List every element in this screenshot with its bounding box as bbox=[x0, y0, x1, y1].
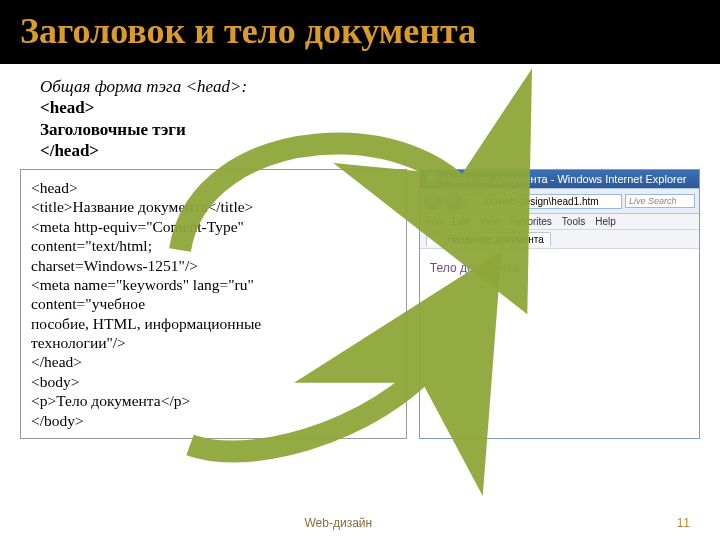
intro-line-2: <head> bbox=[40, 97, 680, 118]
code-line: content="text/html; bbox=[31, 236, 396, 255]
back-icon[interactable]: ‹ bbox=[424, 192, 442, 210]
forward-icon[interactable]: › bbox=[445, 192, 463, 210]
body-text: Тело документа bbox=[430, 261, 519, 275]
menu-help[interactable]: Help bbox=[595, 216, 616, 227]
address-text: D:\web-design\head1.htm bbox=[485, 196, 599, 207]
code-line: </body> bbox=[31, 411, 396, 430]
page-number: 11 bbox=[677, 516, 690, 530]
content-row: <head> <title>Название документа</title>… bbox=[0, 165, 720, 439]
browser-title-text: Название документа - Windows Internet Ex… bbox=[442, 173, 687, 185]
code-line: content="учебное bbox=[31, 294, 396, 313]
browser-tab-strip: 📄 Название документа bbox=[420, 230, 699, 249]
intro-line-4: </head> bbox=[40, 140, 680, 161]
slide-title: Заголовок и тело документа bbox=[20, 10, 700, 52]
code-line: <p>Тело документа</p> bbox=[31, 391, 396, 410]
code-line: <meta http-equiv="Content-Type" bbox=[31, 217, 396, 236]
menu-tools[interactable]: Tools bbox=[562, 216, 585, 227]
page-icon: 📄 bbox=[470, 196, 482, 207]
code-line: charset=Windows-1251"/> bbox=[31, 256, 396, 275]
ie-icon bbox=[426, 173, 438, 185]
intro-line-3: Заголовочные тэги bbox=[40, 119, 680, 140]
code-line: пособие, HTML, информационные bbox=[31, 314, 396, 333]
browser-viewport: Тело документа bbox=[420, 249, 699, 369]
intro-line-1: Общая форма тэга <head>: bbox=[40, 76, 680, 97]
code-line: <title>Название документа</title> bbox=[31, 197, 396, 216]
browser-menu: File Edit View Favorites Tools Help bbox=[420, 214, 699, 230]
search-field[interactable]: Live Search bbox=[625, 194, 695, 208]
address-field[interactable]: 📄 D:\web-design\head1.htm bbox=[466, 194, 622, 209]
menu-view[interactable]: View bbox=[479, 216, 501, 227]
code-line: <head> bbox=[31, 178, 396, 197]
browser-address-bar: ‹ › 📄 D:\web-design\head1.htm Live Searc… bbox=[420, 188, 699, 214]
code-line: <body> bbox=[31, 372, 396, 391]
browser-title-bar: Название документа - Windows Internet Ex… bbox=[420, 170, 699, 188]
code-example-box: <head> <title>Название документа</title>… bbox=[20, 169, 407, 439]
slide-title-bar: Заголовок и тело документа bbox=[0, 0, 720, 64]
menu-edit[interactable]: Edit bbox=[452, 216, 469, 227]
page-icon: 📄 bbox=[433, 234, 445, 245]
browser-tab[interactable]: 📄 Название документа bbox=[426, 232, 551, 246]
slide-footer: Web-дизайн 11 bbox=[0, 516, 720, 530]
code-line: технологии"/> bbox=[31, 333, 396, 352]
footer-label: Web-дизайн bbox=[0, 516, 677, 530]
code-line: </head> bbox=[31, 352, 396, 371]
menu-favorites[interactable]: Favorites bbox=[511, 216, 552, 227]
code-line: <meta name="keywords" lang="ru" bbox=[31, 275, 396, 294]
browser-mock: Название документа - Windows Internet Ex… bbox=[419, 169, 700, 439]
intro-block: Общая форма тэга <head>: <head> Заголово… bbox=[0, 64, 720, 165]
menu-file[interactable]: File bbox=[426, 216, 442, 227]
tab-label: Название документа bbox=[448, 234, 544, 245]
